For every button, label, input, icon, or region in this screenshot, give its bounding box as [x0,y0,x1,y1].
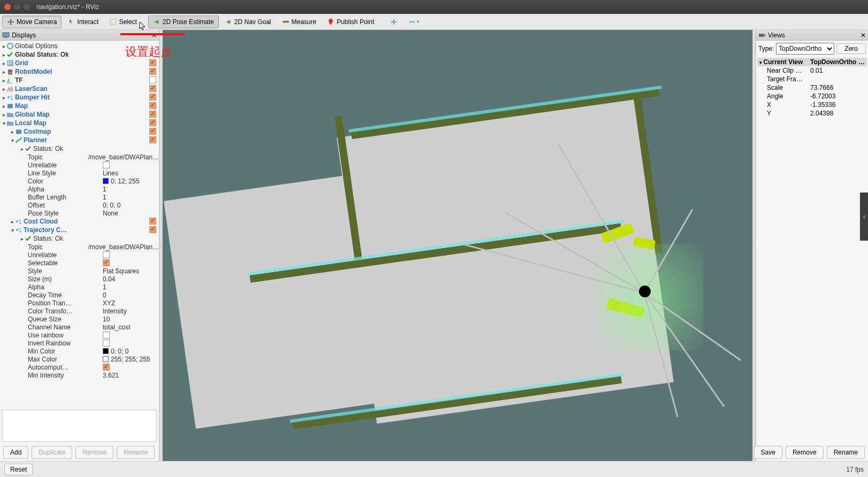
view-type-select[interactable]: TopDownOrtho [776,43,834,55]
property-row[interactable]: Size (m)0.04 [0,275,159,283]
display-robot-model[interactable]: RobotModel [15,68,52,75]
window-minimize-button[interactable] [14,4,20,10]
property-row[interactable]: Topic/move_base/DWAPlan… [0,153,159,161]
property-row[interactable]: Min Color 0; 0; 0 [0,347,159,355]
view-property-row[interactable]: Scale73.7666 [757,83,867,92]
displays-panel-header[interactable]: Displays ✕ [0,30,159,41]
property-row[interactable]: Unreliable [0,161,159,169]
add-display-button[interactable]: Add [3,446,28,459]
display-planner-status[interactable]: Status: Ok [33,145,63,152]
property-row[interactable]: Decay Time0 [0,291,159,299]
view-property-row[interactable]: X-1.35336 [757,101,867,109]
view-prop-value[interactable] [808,75,867,83]
views-tree[interactable]: ▾ Current View TopDownOrtho … Near Clip … [756,57,868,444]
property-row[interactable]: Autocomput… [0,363,159,371]
measure-button[interactable]: Measure [277,16,322,28]
view-property-row[interactable]: Angle-6.72003 [757,92,867,101]
tree-expand-arrow[interactable]: ▸ [1,69,6,75]
property-value[interactable]: 1 [103,283,106,291]
view-property-row[interactable]: Y2.04398 [757,109,867,118]
property-value[interactable]: None [103,210,118,217]
property-row[interactable]: Pose StyleNone [0,209,159,217]
property-row[interactable]: Use rainbow [0,331,159,339]
property-value[interactable]: 10 [103,316,110,323]
property-value[interactable]: 0; 0; 0 [103,348,128,355]
property-value[interactable]: 0.04 [103,275,115,283]
display-planner[interactable]: Planner [24,136,47,144]
property-row[interactable]: Queue Size10 [0,315,159,323]
view-prop-value[interactable]: 2.04398 [808,109,867,118]
views-panel-header[interactable]: Views ✕ [756,30,868,41]
property-value[interactable]: 1 [103,186,106,193]
property-value[interactable] [103,259,110,266]
zero-view-button[interactable]: Zero [836,43,866,54]
tree-expand-arrow[interactable]: ▾ [10,227,15,233]
display-global-map[interactable]: Global Map [15,111,50,118]
display-traj-status[interactable]: Status: Ok [33,235,63,242]
tree-expand-arrow[interactable]: ▸ [1,103,6,109]
reset-button[interactable]: Reset [4,464,33,475]
select-button[interactable]: Select [104,16,141,28]
pose-estimate-button[interactable]: 2D Pose Estimate [148,16,219,28]
display-global-options[interactable]: Global Options [15,42,57,50]
property-value[interactable]: XYZ [103,299,115,307]
property-row[interactable]: Topic/move_base/DWAPlan… [0,243,159,251]
tree-expand-arrow[interactable]: ▸ [1,95,6,101]
display-map-checkbox[interactable] [149,102,157,110]
property-value[interactable]: 0; 0; 0 [103,202,120,209]
property-value[interactable]: 1 [103,194,106,201]
tree-expand-arrow[interactable]: ▸ [1,86,6,92]
property-value[interactable]: Intensity [103,307,127,315]
property-row[interactable]: Alpha1 [0,283,159,291]
display-grid-checkbox[interactable] [149,59,157,67]
tree-expand-arrow[interactable]: ▸ [1,78,6,83]
property-value[interactable]: 0 [103,291,106,299]
property-row[interactable]: Min Intensity3.621 [0,371,159,379]
display-laser-scan-checkbox[interactable] [149,85,157,93]
window-close-button[interactable] [4,4,11,10]
property-value[interactable]: Flat Squares [103,267,139,275]
tree-expand-arrow[interactable]: ▸ [1,60,6,66]
property-value[interactable] [103,251,110,258]
property-row[interactable]: Alpha1 [0,185,159,193]
tree-expand-arrow[interactable]: ▸ [1,112,6,118]
view-property-row[interactable]: Target Fra… [757,75,867,83]
property-row[interactable]: Selectable [0,259,159,267]
publish-point-button[interactable]: Publish Point [322,16,379,28]
display-laser-scan[interactable]: LaserScan [15,85,48,93]
display-bumper-hit-checkbox[interactable] [149,94,157,101]
display-cost-cloud-checkbox[interactable] [149,218,157,225]
display-grid[interactable]: Grid [15,59,28,67]
display-planner-checkbox[interactable] [149,136,157,144]
property-row[interactable]: Position Tran…XYZ [0,299,159,307]
property-row[interactable]: Offset0; 0; 0 [0,201,159,209]
property-value[interactable] [103,332,110,338]
display-global-map-checkbox[interactable] [149,111,157,118]
property-row[interactable]: Max Color 255; 255; 255 [0,355,159,363]
remove-display-button[interactable]: Remove [75,446,113,459]
property-value[interactable]: 255; 255; 255 [103,356,150,363]
property-row[interactable]: Buffer Length1 [0,193,159,201]
view-property-row[interactable]: Near Clip …0.01 [757,66,867,75]
rename-display-button[interactable]: Rename [117,446,155,459]
interact-button[interactable]: Interact [63,16,103,28]
remove-view-button[interactable]: Remove [786,446,824,459]
property-value[interactable] [103,364,110,371]
display-tf[interactable]: TF [15,76,23,84]
display-robot-model-checkbox[interactable] [149,68,157,75]
view-prop-value[interactable]: -6.72003 [808,92,867,101]
property-row[interactable]: Invert Rainbow [0,339,159,347]
property-row[interactable]: Line StyleLines [0,169,159,177]
property-value[interactable] [103,161,110,168]
property-row[interactable]: Color Transfo…Intensity [0,307,159,315]
display-cost-cloud[interactable]: Cost Cloud [24,218,58,225]
tree-expand-arrow[interactable]: ▸ [10,129,15,135]
save-view-button[interactable]: Save [754,446,782,459]
move-camera-button[interactable]: Move Camera [2,16,62,28]
view-prop-value[interactable]: -1.35336 [808,101,867,109]
views-close-icon[interactable]: ✕ [861,32,866,39]
property-value[interactable]: /move_base/DWAPlan… [88,153,159,161]
property-value[interactable]: Lines [103,170,118,177]
tree-expand-arrow[interactable]: ▸ [19,146,25,152]
right-expand-tab[interactable]: ‹ [860,193,868,241]
